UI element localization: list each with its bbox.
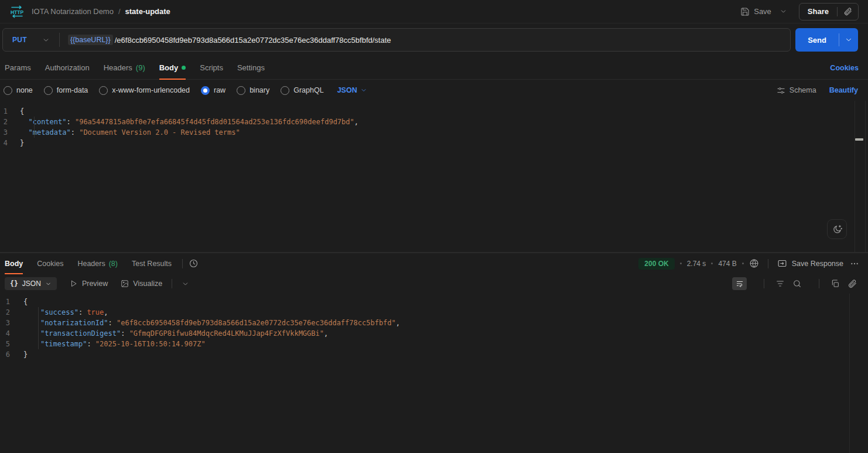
scrollbar-thumb[interactable] (855, 138, 863, 141)
floppy-save-icon (740, 7, 750, 16)
visualize-button[interactable]: Visualize (121, 280, 162, 288)
response-tab-headers[interactable]: Headers(8) (77, 253, 118, 274)
body-type-none[interactable]: none (4, 86, 33, 95)
url-bar: PUT {{baseURL}} /e6f8ccb6950458fd9eb793d… (2, 28, 791, 52)
response-header: Body Cookies Headers(8) Test Results 200… (0, 253, 868, 274)
search-icon[interactable] (792, 279, 802, 288)
response-time[interactable]: 2.74 s (687, 260, 706, 268)
language-selector[interactable]: JSON (337, 86, 367, 94)
divider (182, 259, 183, 268)
response-size[interactable]: 474 B (718, 260, 736, 268)
breadcrumb-request-name[interactable]: state-update (125, 7, 170, 16)
body-type-form-data[interactable]: form-data (44, 86, 88, 95)
line-number: 2 (0, 117, 20, 127)
body-type-urlencoded[interactable]: x-www-form-urlencoded (99, 86, 190, 95)
play-icon (70, 280, 78, 288)
response-body-editor[interactable]: 1{2 "success": true,3 "notarizationId": … (0, 294, 868, 453)
divider (764, 279, 764, 288)
save-response-button[interactable]: Save Response (777, 258, 843, 268)
line-number: 4 (0, 138, 20, 148)
postbot-assistant-button[interactable] (827, 219, 847, 239)
preview-button[interactable]: Preview (70, 280, 108, 288)
line-number: 1 (0, 297, 23, 307)
tab-settings[interactable]: Settings (237, 56, 265, 79)
wrap-text-button[interactable] (732, 277, 747, 290)
request-url-row: PUT {{baseURL}} /e6f8ccb6950458fd9eb793d… (0, 23, 868, 56)
schema-button[interactable]: Schema (777, 86, 816, 95)
line-number: 2 (0, 307, 23, 318)
indent-guide (38, 307, 39, 349)
line-number: 5 (0, 339, 23, 349)
send-options-chevron[interactable] (839, 28, 858, 52)
body-type-binary[interactable]: binary (237, 86, 269, 95)
response-tab-body[interactable]: Body (5, 253, 23, 274)
line-number: 6 (0, 349, 23, 360)
tab-headers[interactable]: Headers(9) (104, 56, 145, 79)
tab-params[interactable]: Params (5, 56, 31, 79)
url-input[interactable]: {{baseURL}} /e6f8ccb6950458fd9eb793d8a56… (68, 35, 391, 45)
more-views-chevron[interactable] (182, 280, 189, 288)
filter-icon[interactable] (775, 279, 785, 288)
radio-icon (201, 86, 210, 95)
body-type-graphql[interactable]: GraphQL (281, 86, 323, 95)
indent-guide (34, 117, 35, 138)
send-button-group: Send (795, 28, 858, 52)
copy-link-icon[interactable] (838, 7, 858, 16)
radio-icon (237, 86, 245, 95)
send-button[interactable]: Send (795, 28, 839, 52)
braces-icon: {} (10, 280, 18, 288)
radio-icon (44, 86, 53, 95)
top-bar-actions: Save Share (736, 3, 859, 21)
postbot-sparkle-icon (832, 224, 843, 235)
image-icon (121, 280, 129, 288)
headers-count: (9) (136, 63, 145, 72)
response-format-label: JSON (22, 280, 41, 288)
chevron-down-icon (360, 87, 367, 94)
radio-icon (4, 86, 12, 95)
response-history-icon[interactable] (189, 258, 199, 268)
breadcrumb-collection[interactable]: IOTA Notarization Demo (32, 7, 114, 16)
network-globe-icon[interactable] (749, 258, 759, 268)
top-bar: HTTP IOTA Notarization Demo / state-upda… (0, 0, 868, 23)
line-number: 4 (0, 328, 23, 339)
tab-scripts[interactable]: Scripts (200, 56, 223, 79)
save-button[interactable]: Save (736, 4, 776, 20)
share-button[interactable]: Share (799, 7, 837, 16)
divider (768, 259, 768, 268)
response-tab-cookies[interactable]: Cookies (37, 253, 63, 274)
cookies-link[interactable]: Cookies (830, 64, 859, 72)
line-number: 3 (0, 127, 20, 138)
wrap-text-icon (736, 280, 744, 288)
line-number: 1 (0, 106, 20, 117)
tab-body[interactable]: Body (159, 56, 186, 79)
sliders-icon (777, 86, 785, 95)
editor-scroll-track (855, 101, 855, 252)
response-body-code[interactable]: 1{2 "success": true,3 "notarizationId": … (0, 297, 868, 360)
request-body-editor[interactable]: 1{2 "content": "96a5447815a0bf0e7efa6684… (0, 101, 868, 253)
share-button-group: Share (799, 3, 859, 21)
url-variable-chip[interactable]: {{baseURL}} (68, 35, 113, 45)
request-body-code[interactable]: 1{2 "content": "96a5447815a0bf0e7efa6684… (0, 106, 868, 148)
response-format-selector[interactable]: {} JSON (5, 277, 57, 290)
tab-authorization[interactable]: Authorization (45, 56, 90, 79)
save-response-icon (777, 258, 787, 268)
editor-scroll-edge (865, 101, 866, 252)
copy-icon[interactable] (831, 279, 840, 288)
breadcrumb-separator: / (118, 7, 121, 16)
method-selector[interactable]: PUT (3, 36, 59, 44)
status-badge[interactable]: 200 OK (638, 258, 674, 270)
response-tab-test-results[interactable]: Test Results (132, 253, 172, 274)
body-type-raw[interactable]: raw (201, 86, 225, 95)
more-options-icon[interactable] (849, 258, 860, 270)
response-headers-count: (8) (109, 260, 118, 268)
meta-dot (742, 263, 744, 264)
meta-dot (680, 263, 682, 264)
body-type-actions: Schema Beautify (777, 86, 868, 95)
beautify-button[interactable]: Beautify (829, 86, 858, 94)
method-label: PUT (12, 36, 27, 44)
link-icon[interactable] (848, 279, 857, 288)
save-options-chevron[interactable] (776, 4, 791, 19)
api-client-window: HTTP IOTA Notarization Demo / state-upda… (0, 0, 868, 453)
body-type-row: none form-data x-www-form-urlencoded raw… (0, 80, 868, 101)
response-toolbar (732, 277, 868, 290)
